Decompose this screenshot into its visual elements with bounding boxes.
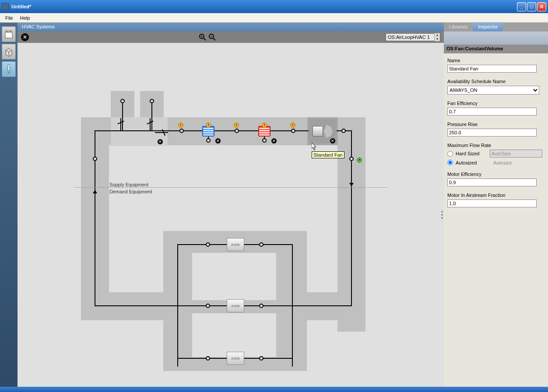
- tab-inspector[interactable]: Inspector: [473, 23, 503, 32]
- hardsized-radio[interactable]: [447, 151, 453, 157]
- node[interactable]: [120, 99, 125, 103]
- calendar-icon: [4, 29, 13, 39]
- maximize-button[interactable]: □: [527, 2, 536, 11]
- motoreff-label: Motor Efficiency: [447, 172, 544, 177]
- node[interactable]: [206, 304, 210, 308]
- faneff-input[interactable]: [447, 108, 537, 116]
- warning-icon[interactable]: !: [290, 122, 295, 128]
- node[interactable]: [291, 129, 295, 133]
- diagram-canvas[interactable]: Supply Equipment Demand Equipment: [18, 43, 444, 387]
- menu-file[interactable]: File: [2, 14, 17, 21]
- supply-label: Supply Equipment: [109, 182, 148, 187]
- cursor-icon: [312, 143, 318, 153]
- error-icon[interactable]: ✕: [158, 139, 163, 144]
- damper-component[interactable]: [116, 120, 126, 130]
- panel-resize-grip[interactable]: [440, 208, 444, 221]
- zone-component[interactable]: zone: [227, 299, 244, 312]
- warning-icon[interactable]: !: [178, 122, 183, 128]
- node[interactable]: [259, 242, 263, 247]
- demand-label: Demand Equipment: [109, 189, 152, 194]
- error-icon[interactable]: ✕: [330, 138, 335, 144]
- svg-point-10: [8, 71, 10, 73]
- node[interactable]: [93, 157, 97, 161]
- tab-libraries[interactable]: Libraries: [444, 23, 473, 32]
- svg-line-12: [204, 38, 206, 40]
- rail-hvac-button[interactable]: [2, 61, 16, 77]
- avail-select[interactable]: AlWAYS_ON: [447, 86, 539, 94]
- toolbar: ✕ ▲▼: [18, 32, 444, 43]
- loop-spinner[interactable]: ▲▼: [434, 33, 440, 41]
- pressure-label: Pressure Rise: [447, 122, 544, 127]
- damper-component[interactable]: [156, 128, 166, 138]
- zone-component[interactable]: zone: [227, 352, 244, 365]
- pressure-input[interactable]: [447, 129, 537, 136]
- delete-loop-button[interactable]: ✕: [21, 33, 29, 41]
- warning-icon[interactable]: !: [206, 122, 211, 128]
- node[interactable]: [341, 129, 346, 133]
- cube-icon: [4, 47, 14, 56]
- loop-selector-input[interactable]: [386, 34, 434, 41]
- fan-icon: [313, 126, 323, 136]
- left-rail: [0, 23, 18, 387]
- menu-help[interactable]: Help: [17, 14, 34, 21]
- fan-blade-icon: [324, 125, 333, 138]
- node[interactable]: [206, 242, 210, 247]
- zoom-in-button[interactable]: [199, 33, 207, 41]
- titlebar: Untitled* _ □ ✕: [0, 0, 548, 13]
- autosized-label: Autosized: [456, 160, 487, 165]
- node[interactable]: [235, 129, 239, 133]
- zoom-in-icon: [199, 34, 206, 41]
- menubar: File Help: [0, 13, 548, 23]
- node[interactable]: [262, 138, 267, 143]
- close-button[interactable]: ✕: [537, 2, 546, 11]
- motoreff-input[interactable]: [447, 178, 537, 186]
- hardsized-input: [490, 150, 542, 158]
- maxflow-label: Maximum Flow Rate: [447, 143, 544, 148]
- add-node-icon[interactable]: ✕: [357, 158, 362, 163]
- node[interactable]: [206, 138, 211, 143]
- autosized-radio[interactable]: [447, 160, 453, 165]
- warning-icon[interactable]: !: [262, 122, 267, 128]
- node[interactable]: [349, 157, 354, 161]
- rail-schedule-button[interactable]: [2, 26, 16, 42]
- loop-selector[interactable]: ▲▼: [386, 33, 440, 41]
- name-label: Name: [447, 58, 544, 63]
- inspector-panel: Libraries Inspector OS:Fan:ConstantVolum…: [444, 23, 548, 387]
- minimize-button[interactable]: _: [517, 2, 526, 11]
- damper-component[interactable]: [145, 120, 156, 130]
- inspector-sub-header: [444, 32, 548, 45]
- zone-component[interactable]: zone: [227, 238, 244, 251]
- error-icon[interactable]: ✕: [271, 138, 277, 144]
- node[interactable]: [259, 356, 263, 360]
- avail-label: Availability Schedule Name: [447, 79, 544, 84]
- warning-icon[interactable]: !: [234, 122, 239, 128]
- svg-rect-1: [5, 31, 12, 33]
- rail-geometry-button[interactable]: [2, 44, 16, 60]
- section-header: HVAC Systems: [18, 23, 444, 32]
- error-icon[interactable]: ✕: [215, 138, 221, 144]
- zoom-out-button[interactable]: [208, 33, 216, 41]
- hardsized-label: Hard Sized: [456, 151, 487, 156]
- window-title: Untitled*: [11, 4, 517, 9]
- statusbar: [0, 387, 548, 392]
- svg-line-16: [213, 38, 215, 40]
- motorair-input[interactable]: [447, 200, 537, 207]
- node[interactable]: [206, 356, 210, 360]
- autosize-text: Autosize: [493, 160, 512, 165]
- zoom-out-icon: [209, 34, 216, 41]
- thermometer-icon: [6, 63, 12, 75]
- motorair-label: Motor In Airstream Fraction: [447, 192, 544, 198]
- node[interactable]: [259, 304, 263, 308]
- node[interactable]: [179, 129, 184, 133]
- faneff-label: Fan Efficiency: [447, 101, 544, 106]
- name-input[interactable]: [447, 65, 537, 73]
- app-icon: [2, 3, 9, 10]
- inspector-type: OS:Fan:ConstantVolume: [444, 45, 548, 53]
- node[interactable]: [150, 99, 154, 103]
